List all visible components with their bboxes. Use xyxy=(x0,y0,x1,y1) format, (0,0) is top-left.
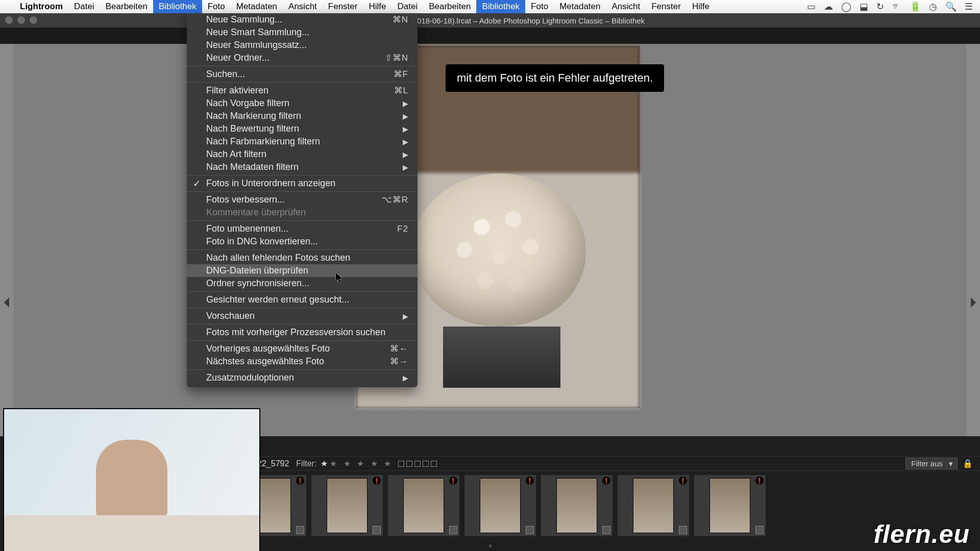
sync-icon[interactable]: ◯ xyxy=(841,1,851,12)
color-filter[interactable] xyxy=(398,461,437,467)
thumbnail[interactable] xyxy=(541,475,612,536)
menu-datei[interactable]: Datei xyxy=(391,0,423,13)
right-panel-handle[interactable] xyxy=(971,297,976,308)
check-icon: ✓ xyxy=(193,178,201,189)
menu-item[interactable]: Neue Sammlung...⌘N xyxy=(187,13,418,26)
menu-item-label: Zusatzmoduloptionen xyxy=(206,372,294,383)
cc-icon[interactable]: ☁ xyxy=(824,1,833,12)
error-toast: mit dem Foto ist ein Fehler aufgetreten. xyxy=(446,64,664,92)
menu-item-label: Nach Markierung filtern xyxy=(206,111,301,121)
menu-foto[interactable]: Foto xyxy=(525,0,554,13)
menu-item[interactable]: Nach Art filtern▶ xyxy=(187,148,418,161)
submenu-arrow-icon: ▶ xyxy=(403,312,408,320)
menu-item-label: Nach allen fehlenden Fotos suchen xyxy=(206,253,350,263)
menu-item[interactable]: DNG-Dateien überprüfen xyxy=(187,264,418,277)
menu-item[interactable]: Foto umbenennen...F2 xyxy=(187,222,418,235)
bibliothek-menu[interactable]: Neue Sammlung...⌘NNeue Smart Sammlung...… xyxy=(187,13,418,387)
menu-item[interactable]: Nach Vorgabe filtern▶ xyxy=(187,97,418,110)
menu-item[interactable]: Nächstes ausgewähltes Foto⌘→ xyxy=(187,355,418,368)
thumbnail[interactable] xyxy=(311,475,383,536)
menu-item[interactable]: Suchen...⌘F xyxy=(187,68,418,81)
menu-item-label: Neue Smart Sammlung... xyxy=(206,27,309,38)
menu-ansicht[interactable]: Ansicht xyxy=(283,0,323,13)
submenu-arrow-icon: ▶ xyxy=(403,125,408,133)
menu-item-label: Nach Vorgabe filtern xyxy=(206,98,289,109)
menu-item-label: Nach Metadaten filtern xyxy=(206,162,299,172)
menu-item[interactable]: Nach Bewertung filtern▶ xyxy=(187,122,418,135)
menu-metadaten[interactable]: Metadaten xyxy=(231,0,283,13)
menu-item[interactable]: Neuer Sammlungssatz... xyxy=(187,39,418,52)
menu-hilfe[interactable]: Hilfe xyxy=(687,0,715,13)
airplay-icon[interactable]: ▭ xyxy=(807,1,816,12)
app-name[interactable]: Lightroom xyxy=(14,2,68,12)
filter-label: Filter: xyxy=(296,459,316,468)
menu-item[interactable]: Vorheriges ausgewähltes Foto⌘← xyxy=(187,342,418,355)
menu-item[interactable]: Nach Farbmarkierung filtern▶ xyxy=(187,135,418,148)
menu-shortcut: ⌘N xyxy=(393,14,408,25)
submenu-arrow-icon: ▶ xyxy=(403,163,408,171)
menu-ansicht[interactable]: Ansicht xyxy=(606,0,646,13)
menu-item[interactable]: Nach Markierung filtern▶ xyxy=(187,110,418,122)
clock-icon[interactable]: ◷ xyxy=(929,1,937,12)
menu-metadaten[interactable]: Metadaten xyxy=(554,0,606,13)
menu-item[interactable]: Fotos mit vorheriger Prozessversion such… xyxy=(187,326,418,339)
menubar-right-icons: ▭ ☁ ◯ ⬓ ↻ ᯤ 🔋 ◷ 🔍 ☰ xyxy=(807,1,980,12)
window-title-bar: onflikt stehende Kopie 2018-06-18).lrcat… xyxy=(0,13,980,28)
menu-fenster[interactable]: Fenster xyxy=(323,0,363,13)
menu-shortcut: ⌘F xyxy=(394,69,408,80)
menu-item[interactable]: Zusatzmoduloptionen▶ xyxy=(187,371,418,384)
menu-item-label: Neuer Ordner... xyxy=(206,53,270,63)
menu-item[interactable]: Neue Smart Sammlung... xyxy=(187,26,418,39)
menu-bearbeiten[interactable]: Bearbeiten xyxy=(423,0,476,13)
thumbnail[interactable] xyxy=(388,475,459,536)
battery-icon[interactable]: 🔋 xyxy=(910,1,921,12)
filmstrip-handle[interactable]: ▾ xyxy=(488,542,492,550)
menu-bearbeiten[interactable]: Bearbeiten xyxy=(100,0,153,13)
menu-bibliothek[interactable]: Bibliothek xyxy=(476,0,525,13)
menu-shortcut: ⌘L xyxy=(394,85,408,96)
menu-item-label: Kommentare überprüfen xyxy=(206,207,306,218)
menu-item-label: Ordner synchronisieren... xyxy=(206,278,309,289)
menu-item-label: Foto in DNG konvertieren... xyxy=(206,236,318,247)
menu-item[interactable]: Fotos verbessern...⌥⌘R xyxy=(187,193,418,206)
menu-hilfe[interactable]: Hilfe xyxy=(363,0,391,13)
left-panel-handle[interactable] xyxy=(4,297,9,308)
menu-item-label: Filter aktivieren xyxy=(206,85,268,96)
submenu-arrow-icon: ▶ xyxy=(403,151,408,159)
thumbnail[interactable] xyxy=(694,475,766,536)
menu-foto[interactable]: Foto xyxy=(202,0,231,13)
menu-item[interactable]: Foto in DNG konvertieren... xyxy=(187,235,418,248)
timemachine-icon[interactable]: ↻ xyxy=(876,1,884,12)
menu-item[interactable]: Vorschauen▶ xyxy=(187,310,418,322)
menu-fenster[interactable]: Fenster xyxy=(646,0,687,13)
thumbnail[interactable] xyxy=(464,475,536,536)
menu-item-label: DNG-Dateien überprüfen xyxy=(206,265,308,276)
submenu-arrow-icon: ▶ xyxy=(403,99,408,108)
menu-item[interactable]: Ordner synchronisieren... xyxy=(187,277,418,290)
menu-item-label: Neue Sammlung... xyxy=(206,14,282,25)
menu-item[interactable]: Filter aktivieren⌘L xyxy=(187,84,418,97)
menu-item[interactable]: ✓Fotos in Unterordnern anzeigen xyxy=(187,177,418,190)
menu-item-label: Fotos verbessern... xyxy=(206,194,285,205)
control-center-icon[interactable]: ☰ xyxy=(965,1,973,12)
lock-icon[interactable]: 🔒 xyxy=(963,459,973,468)
dropbox-icon[interactable]: ⬓ xyxy=(860,1,868,12)
lightroom-top-bar xyxy=(0,28,980,44)
menu-bibliothek[interactable]: Bibliothek xyxy=(153,0,202,13)
traffic-lights[interactable] xyxy=(5,16,37,24)
webcam-overlay xyxy=(4,409,259,551)
menu-item-label: Neuer Sammlungssatz... xyxy=(206,40,307,51)
menu-item-label: Suchen... xyxy=(206,69,245,80)
menu-shortcut: ⌥⌘R xyxy=(382,194,408,205)
menu-item[interactable]: Nach allen fehlenden Fotos suchen xyxy=(187,252,418,264)
menu-item[interactable]: Neuer Ordner...⇧⌘N xyxy=(187,52,418,64)
filter-combo[interactable]: Filter aus xyxy=(905,458,958,469)
menu-item-label: Fotos mit vorheriger Prozessversion such… xyxy=(206,327,385,338)
spotlight-icon[interactable]: 🔍 xyxy=(945,1,957,12)
menu-item[interactable]: Nach Metadaten filtern▶ xyxy=(187,161,418,173)
wifi-icon[interactable]: ᯤ xyxy=(892,1,901,12)
rating-filter[interactable]: ★★ ★ ★ ★ ★ xyxy=(321,459,393,468)
menu-datei[interactable]: Datei xyxy=(68,0,100,13)
thumbnail[interactable] xyxy=(618,475,689,536)
menu-item[interactable]: Gesichter werden erneut gesucht... xyxy=(187,293,418,306)
